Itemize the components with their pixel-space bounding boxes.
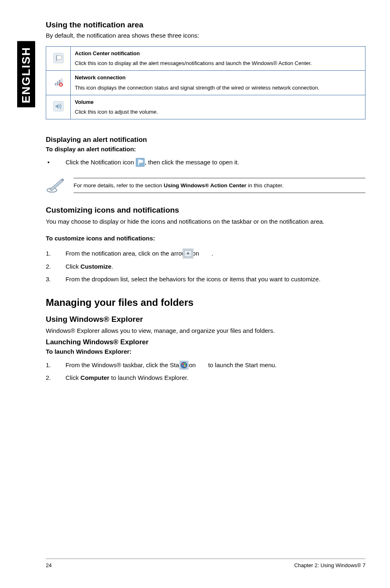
svg-rect-11 <box>138 159 139 165</box>
language-side-tab: ENGLISH <box>17 41 35 107</box>
notification-icons-table: Action Center notification Click this ic… <box>46 46 365 119</box>
exp-step1b: to launch the Start menu. <box>208 361 277 368</box>
intro-customize: You may choose to display or hide the ic… <box>46 217 365 226</box>
page-content: Using the notification area By default, … <box>46 0 365 383</box>
chapter-title: Chapter 2: Using Windows® 7 <box>294 562 365 568</box>
table-row: Volume Click this icon to adjust the vol… <box>46 95 365 119</box>
svg-rect-3 <box>57 81 58 85</box>
step-item: Click Computer to launch Windows Explore… <box>46 373 365 383</box>
volume-title: Volume <box>75 99 361 106</box>
network-icon-cell <box>46 71 71 95</box>
to-display-alert: To display an alert notification: <box>46 146 365 153</box>
action-center-text: Click this icon to display all the alert… <box>75 60 312 66</box>
heading-display-alert: Displaying an alert notification <box>46 136 365 144</box>
to-customize: To customize icons and notifications: <box>46 235 365 242</box>
network-text: This icon displays the connection status… <box>75 85 319 91</box>
step2b: Customize <box>81 263 112 270</box>
customize-steps: From the notification area, click on the… <box>46 249 365 284</box>
volume-icon <box>53 101 64 112</box>
step-item: From the Windows® taskbar, click the Sta… <box>46 361 365 370</box>
step3: From the dropdown list, select the behav… <box>65 276 321 283</box>
intro-notification-area: By default, the notification area shows … <box>46 32 365 39</box>
page-number: 24 <box>46 562 52 568</box>
heading-manage-files: Managing your files and folders <box>46 297 365 308</box>
action-center-title: Action Center notification <box>75 50 361 57</box>
step1-end: . <box>211 250 213 257</box>
note-bold: Using Windows® Action Center <box>164 182 247 189</box>
note-text: For more details, refer to the section U… <box>74 178 365 193</box>
step-item: From the dropdown list, select the behav… <box>46 275 365 284</box>
explorer-steps: From the Windows® taskbar, click the Sta… <box>46 361 365 383</box>
svg-rect-2 <box>55 83 56 85</box>
svg-rect-19 <box>182 365 184 367</box>
exp-step2c: to launch Windows Explorer. <box>110 374 188 381</box>
exp-step2b: Computer <box>81 374 110 381</box>
page-footer: 24 Chapter 2: Using Windows® 7 <box>46 559 365 568</box>
note-part1: For more details, refer to the section <box>74 182 164 189</box>
table-row: Action Center notification Click this ic… <box>46 47 365 71</box>
bullet-text-1: Click the Notification icon <box>65 159 136 166</box>
note-part2: in this chapter. <box>247 182 284 189</box>
bullet-text-2: , then click the message to open it. <box>145 159 239 166</box>
volume-text: Click this icon to adjust the volume. <box>75 109 158 115</box>
network-icon <box>53 76 64 88</box>
to-launch-explorer: To launch Windows Explorer: <box>46 348 365 355</box>
exp-step1a: From the Windows® taskbar, click the Sta… <box>65 361 197 368</box>
action-center-icon-cell <box>46 47 71 71</box>
notification-flag-icon <box>136 158 145 167</box>
action-center-icon <box>53 52 64 64</box>
bullet-list: Click the Notification icon , then click… <box>46 158 365 167</box>
step2a: Click <box>65 263 81 270</box>
svg-rect-18 <box>184 363 186 365</box>
network-title: Network connection <box>75 74 361 81</box>
arrow-up-icon <box>201 249 211 258</box>
step-item: From the notification area, click on the… <box>46 249 365 259</box>
bullet-item: Click the Notification icon , then click… <box>46 158 365 167</box>
heading-notification-area: Using the notification area <box>46 20 365 29</box>
svg-rect-17 <box>182 363 184 365</box>
volume-icon-cell <box>46 95 71 119</box>
heading-using-explorer: Using Windows® Explorer <box>46 315 365 324</box>
start-orb-icon <box>197 361 206 370</box>
table-row: Network connection This icon displays th… <box>46 71 365 95</box>
heading-customize: Customizing icons and notifications <box>46 206 365 215</box>
note-row: For more details, refer to the section U… <box>46 177 365 193</box>
action-center-desc: Action Center notification Click this ic… <box>71 47 365 71</box>
network-desc: Network connection This icon displays th… <box>71 71 365 95</box>
step1-text: From the notification area, click on the… <box>65 250 201 257</box>
step-item: Click Customize. <box>46 262 365 272</box>
intro-explorer: Windows® Explorer allows you to view, ma… <box>46 326 365 335</box>
svg-rect-20 <box>184 365 186 367</box>
volume-desc: Volume Click this icon to adjust the vol… <box>71 95 365 119</box>
heading-launch-explorer: Launching Windows® Explorer <box>46 338 365 346</box>
exp-step2a: Click <box>65 374 81 381</box>
note-pen-icon <box>46 177 66 193</box>
step2c: . <box>112 263 113 270</box>
